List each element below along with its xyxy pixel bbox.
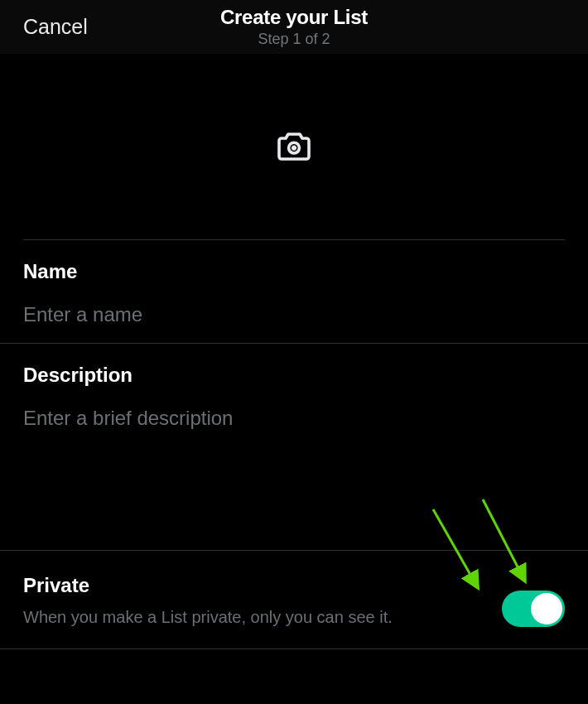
name-field-group: Name xyxy=(23,260,565,343)
description-label: Description xyxy=(23,364,565,387)
header-title-group: Create your List Step 1 of 2 xyxy=(220,6,368,48)
name-input[interactable] xyxy=(23,303,565,326)
privacy-title: Private xyxy=(23,574,485,597)
description-section: Description xyxy=(0,344,588,551)
page-title: Create your List xyxy=(220,6,368,29)
image-picker-area xyxy=(23,54,565,240)
header: Cancel Create your List Step 1 of 2 xyxy=(0,0,588,54)
name-label: Name xyxy=(23,260,565,283)
privacy-toggle[interactable] xyxy=(502,591,565,627)
camera-plus-icon xyxy=(274,127,314,166)
privacy-description: When you make a List private, only you c… xyxy=(23,605,400,629)
toggle-knob xyxy=(531,593,562,624)
step-indicator: Step 1 of 2 xyxy=(220,31,368,48)
privacy-section: Private When you make a List private, on… xyxy=(0,551,588,649)
privacy-toggle-wrapper xyxy=(502,591,565,627)
cancel-button[interactable]: Cancel xyxy=(23,15,88,39)
description-input[interactable] xyxy=(23,407,565,430)
name-section: Name xyxy=(0,240,588,343)
description-field-group: Description xyxy=(23,364,565,430)
add-image-button[interactable] xyxy=(274,127,314,166)
privacy-text-group: Private When you make a List private, on… xyxy=(23,574,502,629)
